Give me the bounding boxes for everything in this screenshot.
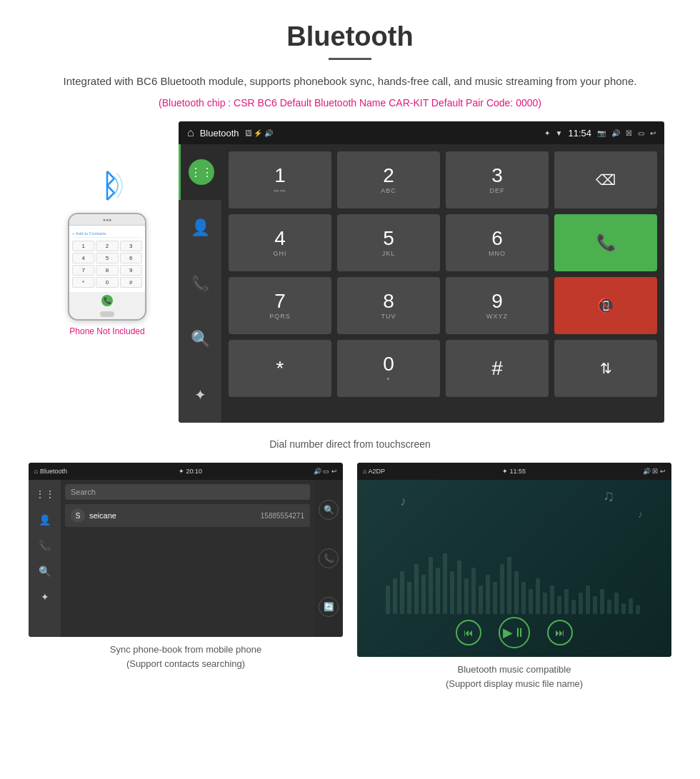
- svg-rect-24: [550, 585, 554, 614]
- svg-rect-9: [443, 553, 447, 614]
- key-2-letters: ABC: [381, 187, 396, 194]
- key-1[interactable]: 1 ∾∾: [229, 151, 331, 208]
- key-3-number: 3: [491, 166, 503, 186]
- phonebook-section: ⌂ Bluetooth ✦ 20:10 🔊 ▭ ↩ ⋮⋮ 👤 📞 🔍 ✦ Sea…: [29, 463, 343, 693]
- svg-rect-22: [536, 578, 540, 614]
- key-hangup[interactable]: 📵: [554, 277, 657, 334]
- key-2-number: 2: [383, 166, 394, 186]
- contact-number: 15885554271: [261, 512, 304, 520]
- music-status-right: 🔊 ☒ ↩: [643, 468, 666, 475]
- svg-rect-11: [457, 561, 461, 614]
- contact-name: seicane: [89, 511, 116, 520]
- sidebar-item-search[interactable]: 🔍: [179, 311, 221, 367]
- next-track-button[interactable]: ⏭: [547, 620, 573, 645]
- pb-action-buttons: 🔍 📞 🔄: [314, 480, 343, 637]
- sidebar-item-bt-settings[interactable]: ✦: [179, 367, 221, 423]
- dial-layout: ⋮⋮ 👤 📞 🔍 ✦: [179, 144, 664, 423]
- prev-track-button[interactable]: ⏮: [456, 620, 481, 645]
- svg-rect-33: [614, 593, 619, 614]
- music-note-3: ♪: [638, 508, 643, 520]
- key-8[interactable]: 8 TUV: [337, 277, 440, 334]
- pb-btn-settings[interactable]: ✦: [34, 585, 56, 608]
- status-bar-right: ✦ ▼ 11:54 📷 🔊 ☒ ▭ ↩: [544, 128, 656, 139]
- svg-rect-26: [564, 589, 569, 614]
- contact-initial: S: [71, 508, 85, 523]
- svg-rect-19: [514, 571, 519, 614]
- phone-key-1: 1: [72, 241, 94, 251]
- recent-calls-icon: 📞: [191, 275, 209, 292]
- back-icon: ↩: [650, 129, 656, 137]
- phone-add-contact: + Add to Contacts: [72, 230, 142, 238]
- phone-key-hash: #: [120, 277, 142, 288]
- phonebook-caption-line2: (Support contacts searching): [126, 658, 245, 669]
- phone-home-button: [100, 311, 114, 317]
- key-7[interactable]: 7 PQRS: [229, 277, 331, 334]
- bottom-screenshots: ⌂ Bluetooth ✦ 20:10 🔊 ▭ ↩ ⋮⋮ 👤 📞 🔍 ✦ Sea…: [0, 463, 700, 693]
- key-2[interactable]: 2 ABC: [337, 151, 440, 208]
- key-5-letters: JKL: [382, 250, 396, 257]
- contact-row[interactable]: S seicane 15885554271: [65, 504, 310, 527]
- pb-btn-dialpad[interactable]: ⋮⋮: [34, 483, 56, 506]
- key-clear[interactable]: ⌫: [554, 151, 657, 208]
- volume-icon: 🔊: [611, 129, 620, 137]
- svg-rect-21: [529, 589, 533, 614]
- phone-key-5: 5: [96, 253, 118, 263]
- svg-rect-31: [600, 589, 604, 614]
- sidebar-item-dialpad[interactable]: ⋮⋮: [179, 144, 221, 200]
- time-display: 11:54: [568, 128, 591, 139]
- svg-rect-34: [621, 603, 626, 614]
- key-8-number: 8: [383, 291, 394, 311]
- svg-rect-6: [421, 575, 426, 614]
- pb-search-button[interactable]: 🔍: [319, 500, 339, 520]
- key-4[interactable]: 4 GHI: [229, 214, 331, 271]
- key-4-letters: GHI: [273, 250, 286, 257]
- bluetooth-wave: [86, 164, 129, 207]
- phone-key-6: 6: [120, 253, 142, 263]
- app-sidebar: ⋮⋮ 👤 📞 🔍 ✦: [179, 144, 221, 423]
- status-bar-left: ⌂ Bluetooth 🖼 ⚡ 🔊: [187, 126, 273, 139]
- svg-rect-20: [521, 582, 526, 614]
- pb-call-button[interactable]: 📞: [319, 548, 339, 568]
- key-star[interactable]: *: [229, 340, 331, 397]
- phone-keypad: 1 2 3 4 5 6 7 8 9 * 0 #: [72, 241, 142, 288]
- close-icon: ☒: [626, 129, 632, 137]
- svg-rect-4: [407, 582, 411, 614]
- pb-sidebar: ⋮⋮ 👤 📞 🔍 ✦: [29, 480, 61, 637]
- svg-rect-18: [507, 557, 511, 614]
- pb-btn-search[interactable]: 🔍: [34, 560, 56, 583]
- key-4-number: 4: [274, 228, 286, 248]
- sidebar-item-contacts[interactable]: 👤: [179, 200, 221, 256]
- phone-side: ●●● + Add to Contacts 1 2 3 4 5 6 7 8 9 …: [36, 121, 179, 336]
- dial-caption: Dial number direct from touchscreen: [0, 430, 700, 463]
- key-0[interactable]: 0 +: [337, 340, 440, 397]
- sidebar-item-recent[interactable]: 📞: [179, 256, 221, 311]
- key-hash[interactable]: #: [446, 340, 549, 397]
- svg-rect-17: [500, 564, 504, 614]
- pb-btn-contacts[interactable]: 👤: [34, 508, 56, 531]
- key-7-letters: PQRS: [269, 313, 291, 320]
- music-screen-container: ⌂ A2DP ✦ 11:55 🔊 ☒ ↩ ♪ ♫ ♪: [357, 463, 671, 657]
- key-6[interactable]: 6 MNO: [446, 214, 549, 271]
- search-icon: 🔍: [191, 330, 210, 348]
- svg-rect-12: [464, 578, 469, 614]
- spec-line: (Bluetooth chip : CSR BC6 Default Blueto…: [0, 97, 700, 121]
- subtitle-text: Integrated with BC6 Bluetooth module, su…: [0, 73, 700, 97]
- play-pause-button[interactable]: ▶⏸: [499, 617, 530, 648]
- key-hangup-icon: 📵: [597, 298, 615, 313]
- pb-btn-recent[interactable]: 📞: [34, 534, 56, 557]
- key-call[interactable]: 📞: [554, 214, 657, 271]
- music-section: ⌂ A2DP ✦ 11:55 🔊 ☒ ↩ ♪ ♫ ♪: [357, 463, 671, 693]
- key-9-number: 9: [491, 291, 503, 311]
- key-5[interactable]: 5 JKL: [337, 214, 440, 271]
- phonebook-search[interactable]: Search: [65, 484, 310, 500]
- key-switch[interactable]: ⇅: [554, 340, 657, 397]
- pb-refresh-button[interactable]: 🔄: [319, 597, 339, 617]
- svg-rect-3: [400, 571, 404, 614]
- svg-rect-29: [586, 585, 590, 614]
- key-9[interactable]: 9 WXYZ: [446, 277, 549, 334]
- svg-rect-13: [471, 568, 476, 614]
- key-3[interactable]: 3 DEF: [446, 151, 549, 208]
- svg-rect-14: [479, 585, 483, 614]
- car-head-unit-screen: ⌂ Bluetooth 🖼 ⚡ 🔊 ✦ ▼ 11:54 📷 🔊 ☒ ▭ ↩ ⋮⋮: [179, 121, 664, 423]
- phone-screen: + Add to Contacts 1 2 3 4 5 6 7 8 9 * 0 …: [69, 226, 145, 292]
